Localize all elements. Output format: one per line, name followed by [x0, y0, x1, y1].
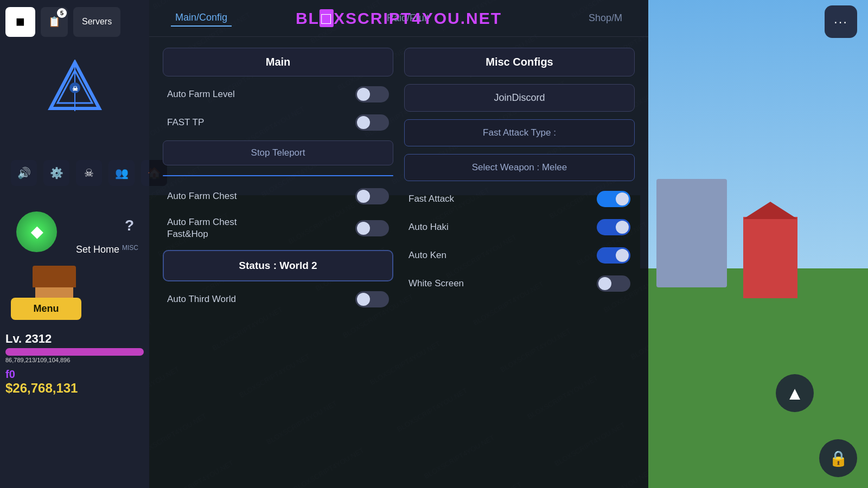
fast-tp-toggle[interactable]: [355, 114, 389, 131]
avatar-logo: ☠: [48, 60, 102, 114]
auto-farm-level-row: Auto Farm Level: [163, 84, 393, 105]
fast-attack-toggle[interactable]: [597, 191, 630, 207]
fast-attack-label: Fast Attack: [409, 194, 454, 204]
up-arrow-button[interactable]: ▲: [776, 374, 814, 412]
roblox-logo[interactable]: ■: [5, 7, 35, 37]
fast-tp-row: FAST TP: [163, 112, 393, 133]
avatar-container: ☠: [42, 54, 107, 119]
players-icon-btn[interactable]: 👥: [108, 160, 135, 186]
xp-bar: [5, 348, 144, 356]
right-column: Misc Configs JoinDiscord Fast Attack Typ…: [404, 48, 635, 310]
menu-button[interactable]: Menu: [11, 298, 81, 320]
up-arrow-icon: ▲: [786, 383, 804, 404]
lock-button[interactable]: 🔒: [819, 439, 857, 477]
lock-icon: 🔒: [829, 450, 848, 467]
white-screen-row: White Screen: [404, 273, 635, 294]
compass[interactable]: ◆: [16, 211, 57, 252]
notification-badge[interactable]: 📋 5: [41, 7, 68, 37]
dots-icon: ···: [834, 14, 848, 29]
svg-text:☠: ☠: [72, 85, 78, 93]
join-discord-button[interactable]: JoinDiscord: [404, 84, 635, 112]
logo-ox: □: [320, 9, 334, 27]
topbar: ■ 📋 5 Servers: [0, 0, 149, 43]
main-header-button[interactable]: Main: [163, 48, 393, 76]
divider-line: [163, 175, 393, 176]
left-panel: ■ 📋 5 Servers ☠ 🔊 ⚙️ ☠ 👥 🏠 ◆: [0, 0, 149, 488]
logo-xscript: XSCRIPT4YOU.NET: [334, 9, 502, 27]
auto-farm-level-toggle[interactable]: [355, 86, 389, 102]
fast-tp-label: FAST TP: [167, 117, 204, 128]
player-head: [33, 266, 76, 287]
level-bar: Lv. 2312 86,789,213/109,104,896: [5, 332, 144, 363]
sound-icon-btn[interactable]: 🔊: [11, 160, 37, 186]
auto-ken-label: Auto Ken: [409, 250, 446, 261]
auto-farm-chest-fast-row: Auto Farm ChestFast&Hop: [163, 214, 393, 242]
servers-button[interactable]: Servers: [73, 7, 120, 37]
auto-ken-toggle[interactable]: [597, 247, 630, 264]
level-text: Lv. 2312: [5, 332, 144, 346]
hud-icons-row: 🔊 ⚙️ ☠ 👥 🏠: [11, 160, 167, 186]
status-button[interactable]: Status : World 2: [163, 250, 393, 281]
panel-logo: BL□XSCRIPT4YOU.NET: [296, 9, 502, 28]
auto-haki-toggle[interactable]: [597, 219, 630, 235]
question-button[interactable]: ?: [125, 217, 134, 234]
currency-display: f0 $26,768,131: [5, 368, 78, 396]
panel-tabs: Main/Config BL□XSCRIPT4YOU.NET Raid/Frui…: [149, 0, 648, 37]
auto-third-world-row: Auto Third World: [163, 289, 393, 310]
building-1: [656, 179, 727, 287]
misc-label: MISC: [122, 244, 138, 252]
stop-teleport-button[interactable]: Stop Teleport: [163, 140, 393, 165]
settings-icon-btn[interactable]: ⚙️: [43, 160, 69, 186]
tab-shop[interactable]: Shop/M: [584, 10, 627, 26]
auto-farm-chest-fast-label: Auto Farm ChestFast&Hop: [167, 216, 237, 240]
pirate-icon-btn[interactable]: ☠: [76, 160, 102, 186]
white-screen-label: White Screen: [409, 278, 464, 289]
menu-dots-button[interactable]: ···: [825, 5, 857, 38]
fast-attack-type-button[interactable]: Fast Attack Type :: [404, 119, 635, 146]
logo-bl: BL: [296, 9, 320, 27]
money-currency: $26,768,131: [5, 381, 78, 396]
panel-content: Main Auto Farm Level FAST TP Stop Telepo…: [149, 37, 648, 320]
misc-configs-header[interactable]: Misc Configs: [404, 48, 635, 76]
xp-numbers: 86,789,213/109,104,896: [5, 357, 144, 363]
select-weapon-button[interactable]: Select Weapon : Melee: [404, 154, 635, 181]
building-2: [743, 217, 797, 298]
set-home-text: Set Home: [76, 244, 119, 255]
tab-main-config[interactable]: Main/Config: [171, 10, 232, 27]
main-panel: BLOXSCRIPT4YOU.NET Main/Config BL□XSCRIP…: [149, 0, 648, 488]
auto-haki-row: Auto Haki: [404, 217, 635, 237]
badge-count: 5: [57, 8, 67, 18]
auto-third-world-toggle[interactable]: [355, 291, 389, 307]
fast-attack-row: Fast Attack: [404, 189, 635, 209]
f0-currency: f0: [5, 368, 78, 381]
white-screen-toggle[interactable]: [597, 275, 630, 292]
auto-farm-level-label: Auto Farm Level: [167, 89, 235, 100]
auto-third-world-label: Auto Third World: [167, 294, 236, 305]
auto-farm-chest-toggle[interactable]: [355, 188, 389, 204]
auto-farm-chest-label: Auto Farm Chest: [167, 191, 237, 202]
auto-farm-chest-fast-toggle[interactable]: [355, 220, 389, 236]
left-column: Main Auto Farm Level FAST TP Stop Telepo…: [163, 48, 393, 310]
auto-ken-row: Auto Ken: [404, 245, 635, 266]
auto-haki-label: Auto Haki: [409, 222, 449, 233]
auto-farm-chest-row: Auto Farm Chest: [163, 186, 393, 207]
